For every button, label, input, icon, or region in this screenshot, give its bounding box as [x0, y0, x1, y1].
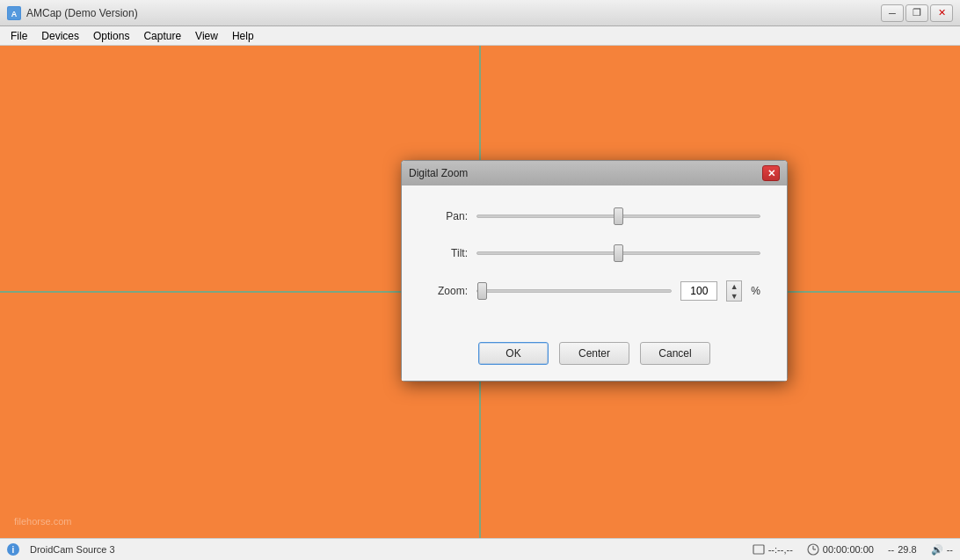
zoom-row: Zoom: ▲ ▼ % — [428, 280, 760, 302]
pan-row: Pan: — [428, 207, 760, 226]
dialog-footer: OK Center Cancel — [402, 337, 787, 381]
app-icon: A — [7, 6, 21, 20]
tilt-row: Tilt: — [428, 244, 760, 263]
menu-file[interactable]: File — [4, 28, 34, 44]
svg-text:A: A — [11, 10, 18, 18]
tilt-slider-container — [476, 244, 760, 263]
cancel-button[interactable]: Cancel — [640, 342, 710, 365]
app-title: AMCap (Demo Version) — [26, 7, 138, 19]
zoom-spinner: ▲ ▼ — [726, 280, 742, 302]
menu-options[interactable]: Options — [86, 28, 136, 44]
camera-view: filehorse.com Digital Zoom ✕ Pan: — [0, 46, 960, 538]
timecode-value: 00:00:00:00 — [823, 544, 874, 555]
center-button[interactable]: Center — [559, 342, 629, 365]
zoom-up-button[interactable]: ▲ — [727, 281, 741, 291]
status-timecode: 00:00:00:00 — [807, 543, 874, 556]
dialog-close-button[interactable]: ✕ — [762, 165, 780, 181]
status-resolution: --:--,-- — [753, 544, 793, 555]
fps-separator: -- — [888, 544, 894, 555]
menu-bar: File Devices Options Capture View Help — [0, 26, 960, 46]
window-controls: ─ ❐ ✕ — [881, 4, 953, 22]
volume-icon: 🔊 — [931, 544, 943, 556]
zoom-value — [680, 281, 717, 301]
pan-slider[interactable] — [476, 215, 760, 218]
zoom-slider-container — [476, 281, 672, 301]
volume-level: -- — [947, 544, 953, 555]
dialog-title: Digital Zoom — [409, 167, 468, 179]
close-button[interactable]: ✕ — [930, 4, 953, 22]
status-right: --:--,-- 00:00:00:00 -- 29.8 🔊 -- — [753, 543, 953, 556]
menu-devices[interactable]: Devices — [34, 28, 86, 44]
minimize-button[interactable]: ─ — [881, 4, 904, 22]
resolution-value: --:--,-- — [768, 544, 793, 555]
zoom-unit: % — [751, 285, 760, 297]
fps-value: 29.8 — [898, 544, 916, 555]
status-fps: -- 29.8 — [888, 544, 917, 555]
timecode-icon — [807, 543, 819, 556]
pan-label: Pan: — [428, 210, 468, 222]
zoom-down-button[interactable]: ▼ — [727, 291, 741, 301]
resolution-icon — [753, 544, 765, 555]
status-info-icon: i — [7, 543, 19, 556]
status-bar: i DroidCam Source 3 --:--,-- 00:00:00:00… — [0, 538, 960, 560]
menu-capture[interactable]: Capture — [136, 28, 188, 44]
pan-slider-container — [476, 207, 760, 226]
status-source: DroidCam Source 3 — [30, 544, 742, 555]
tilt-slider[interactable] — [476, 251, 760, 255]
digital-zoom-dialog: Digital Zoom ✕ Pan: Tilt: — [401, 160, 788, 382]
dialog-overlay: Digital Zoom ✕ Pan: Tilt: — [0, 46, 960, 538]
restore-button[interactable]: ❐ — [905, 4, 928, 22]
menu-help[interactable]: Help — [225, 28, 261, 44]
ok-button[interactable]: OK — [478, 342, 549, 365]
status-volume: 🔊 -- — [931, 544, 953, 556]
title-bar: A AMCap (Demo Version) ─ ❐ ✕ — [0, 0, 960, 26]
tilt-label: Tilt: — [428, 247, 468, 259]
dialog-titlebar: Digital Zoom ✕ — [402, 161, 787, 185]
menu-view[interactable]: View — [188, 28, 225, 44]
dialog-body: Pan: Tilt: Zoom: — [402, 185, 787, 337]
svg-rect-2 — [753, 545, 764, 554]
zoom-slider[interactable] — [476, 289, 672, 293]
zoom-input[interactable] — [685, 285, 713, 297]
zoom-label: Zoom: — [428, 285, 468, 297]
